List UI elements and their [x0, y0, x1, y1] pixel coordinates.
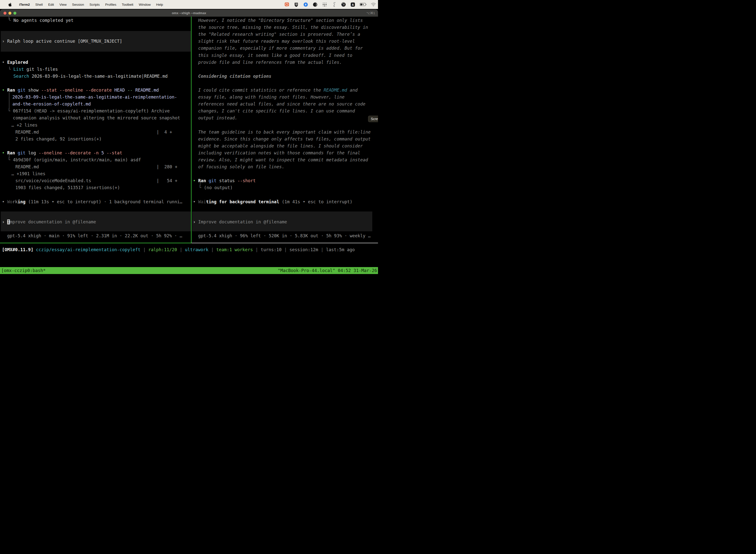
- shield-grid-icon[interactable]: [294, 2, 299, 7]
- screen-notification-popup[interactable]: Scre: [368, 116, 378, 122]
- command-output: └ 4b9d30f (origin/main, instructkr/main,…: [8, 156, 141, 163]
- tree-guide-line: [9, 92, 9, 109]
- screen: iTerm2ShellEditViewSessionScriptsProfile…: [0, 0, 378, 277]
- diffstat-line: README.md | 4 +: [15, 128, 172, 135]
- tmux-session-label: [omx-cczip0:bash*: [1, 267, 46, 274]
- reasoning-text: However, I noticed the "Directory Struct…: [198, 17, 363, 24]
- agents-status-line: └ No agents completed yet: [8, 17, 73, 24]
- diffstat-line: src/voice/voiceModeEnabled.ts | 54 +: [15, 177, 177, 184]
- reasoning-text: the source tree, missing the essay. Stil…: [198, 24, 368, 31]
- explored-list-entry: └ List git ls-files: [8, 66, 58, 73]
- session-status-right: gpt-5.4 xhigh · 96% left · 520K in · 5.8…: [198, 232, 371, 239]
- dark-crescent-app-icon[interactable]: [313, 2, 318, 7]
- window-title-bar[interactable]: omx --xhigh --madmax ⌥⌘1: [0, 9, 378, 17]
- menu-items: iTerm2ShellEditViewSessionScriptsProfile…: [0, 2, 166, 7]
- reasoning-text: evidence. Since this change only affects…: [198, 135, 371, 143]
- explored-search-entry: Search 2026-03-09-is-legal-the-same-as-l…: [8, 73, 168, 80]
- pane-border-active: [0, 243, 191, 243]
- svg-text:A: A: [352, 3, 354, 6]
- menu-item-iterm2[interactable]: iTerm2: [16, 3, 33, 6]
- terminal-content: └ No agents completed yet› Ralph loop ac…: [0, 17, 378, 277]
- battery-charging-icon[interactable]: [360, 2, 367, 7]
- battery-badge-text: ..61: [342, 4, 345, 5]
- window-shortcut-badge: ⌥⌘1: [366, 9, 375, 17]
- reasoning-text: provide file and line references from th…: [198, 59, 342, 66]
- working-status-line: • Working (11m 13s • esc to interrupt) ·…: [2, 198, 182, 205]
- command-line: • Ran git show --stat --oneline --decora…: [2, 87, 159, 94]
- menu-bar: iTerm2ShellEditViewSessionScriptsProfile…: [0, 0, 378, 9]
- reasoning-text: references need actual files, and since …: [198, 101, 365, 107]
- prompt-input-left[interactable]: › Improve documentation in @filename: [2, 218, 96, 225]
- command-output-truncated: … +1901 lines: [11, 170, 45, 177]
- omx-status-bar: [OMX#0.11.9] cczip/essay/ai-reimplementa…: [2, 246, 355, 253]
- reasoning-heading: Considering citation options: [198, 73, 271, 80]
- dots-grid-icon[interactable]: [322, 2, 327, 7]
- reasoning-text: companion file, especially if more comme…: [198, 45, 363, 52]
- pane-divider[interactable]: [191, 17, 191, 243]
- session-status-left: gpt-5.4 xhigh · main · 91% left · 2.31M …: [7, 232, 182, 239]
- diffstat-summary: 2 files changed, 92 insertions(+): [15, 135, 102, 143]
- reasoning-text: including verification notes with those …: [198, 150, 360, 156]
- apple-menu[interactable]: [3, 2, 16, 7]
- apple-logo-icon: [8, 2, 12, 7]
- menu-item-edit[interactable]: Edit: [45, 3, 57, 6]
- reasoning-text: output instead.: [198, 114, 237, 121]
- diffstat-line: README.md | 280 +: [15, 163, 177, 170]
- pane-border-inactive: [191, 243, 378, 243]
- explored-header: • Explored: [2, 59, 28, 66]
- menu-item-scripts[interactable]: Scripts: [87, 3, 103, 6]
- tmux-status-bar: [omx-cczip0:bash* "MacBook-Pro-44.local"…: [0, 267, 378, 274]
- reasoning-text: might be acceptable alongside the file l…: [198, 143, 363, 150]
- input-source-icon[interactable]: A: [350, 2, 356, 7]
- reasoning-text: the "Related research writing" section i…: [198, 31, 360, 38]
- window-title: omx --xhigh --madmax: [0, 9, 378, 17]
- command-output: └ (no output): [199, 184, 233, 191]
- menu-item-shell[interactable]: Shell: [33, 3, 45, 6]
- badge-61-icon[interactable]: ..61: [341, 2, 346, 7]
- menu-item-view[interactable]: View: [57, 3, 69, 6]
- tmux-host-clock: "MacBook-Pro-44.local" 04:52 31-Mar-26: [278, 267, 377, 274]
- prompt-input-right[interactable]: › Improve documentation in @filename: [193, 218, 287, 225]
- waiting-status-line: • Waiting for background terminal (1m 41…: [193, 198, 353, 205]
- command-line: • Ran git log --oneline --decorate -n 5 …: [2, 150, 122, 156]
- reasoning-text: I could cite commit statistics or refere…: [198, 87, 358, 94]
- diffstat-summary: 1903 files changed, 513517 insertions(+): [15, 184, 120, 191]
- menu-item-help[interactable]: Help: [153, 3, 166, 6]
- blue-bolt-app-icon[interactable]: [303, 2, 308, 7]
- squiggle-icon[interactable]: [331, 2, 336, 7]
- command-output: companion analysis without altering the …: [13, 114, 180, 121]
- injected-message: › Ralph loop active continue [OMX_TMUX_I…: [2, 38, 122, 45]
- reasoning-text: changes, I can't cite specific file line…: [198, 107, 355, 114]
- command-output-truncated: … +2 lines: [11, 122, 38, 128]
- menu-bar-status-area: ..61 A: [284, 0, 376, 9]
- reasoning-text: review. Also, I might want to inspect th…: [198, 156, 368, 163]
- command-output: └ 067f154 (HEAD -> essay/ai-reimplementa…: [8, 107, 170, 114]
- reasoning-text: The team guideline is to back every impo…: [198, 128, 371, 135]
- chat-app-icon[interactable]: [284, 2, 290, 7]
- wifi-icon[interactable]: [371, 2, 376, 7]
- reasoning-text: slight risk that future readers may over…: [198, 38, 355, 45]
- menu-item-profiles[interactable]: Profiles: [103, 3, 119, 6]
- command-line-wrap: 2026-03-09-is-legal-the-same-as-legitima…: [12, 94, 177, 101]
- reasoning-text: this single essay, it seems like a good …: [198, 52, 353, 59]
- command-line-wrap: and-the-erosion-of-copyleft.md: [12, 101, 91, 107]
- iterm-window: omx --xhigh --madmax ⌥⌘1 └ No agents com…: [0, 9, 378, 277]
- menu-item-session[interactable]: Session: [69, 3, 87, 6]
- reasoning-text: of focusing solely on file lines.: [198, 163, 285, 170]
- menu-item-window[interactable]: Window: [136, 3, 153, 6]
- command-line: • Ran git status --short: [193, 177, 256, 184]
- menu-item-toolbelt[interactable]: Toolbelt: [119, 3, 136, 6]
- reasoning-text: essay file, along with finding root file…: [198, 94, 344, 101]
